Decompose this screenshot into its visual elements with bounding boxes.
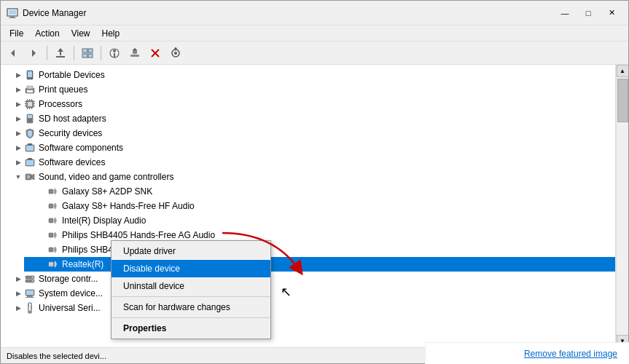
menu-file[interactable]: File (4, 27, 29, 40)
galaxy-a2dp-icon (47, 186, 59, 197)
svg-rect-63 (49, 248, 53, 252)
expander-software-dev[interactable]: ▶ (12, 157, 24, 168)
software-devices-label: Software devices (39, 157, 105, 167)
up-button[interactable] (51, 44, 70, 63)
scrollbar[interactable]: ▲ ▼ (616, 65, 628, 347)
device-tree[interactable]: ▶ Portable Devices ▶ (1, 65, 616, 347)
software-components-label: Software components (39, 143, 123, 153)
update-driver-toolbar-button[interactable] (125, 44, 144, 63)
svg-rect-53 (26, 160, 34, 165)
realtek-icon (47, 258, 59, 270)
scroll-up-button[interactable]: ▲ (617, 65, 629, 77)
svg-rect-14 (114, 53, 115, 58)
expander-sound[interactable]: ▼ (12, 171, 24, 183)
ctx-uninstall-device[interactable]: Uninstall device (112, 277, 270, 295)
tree-item-sd-host[interactable]: ▶ SD host adapters (1, 111, 615, 126)
svg-point-68 (32, 280, 34, 282)
expander-processors[interactable]: ▶ (12, 98, 24, 110)
svg-rect-75 (31, 306, 32, 309)
svg-rect-54 (28, 158, 32, 160)
show-hide-button[interactable] (78, 44, 97, 63)
tree-item-galaxy-hf[interactable]: ▶ Galaxy S8+ Hands-Free HF Audio (24, 199, 615, 213)
ctx-sep-2 (112, 317, 270, 318)
expander-storage[interactable]: ▶ (12, 273, 24, 285)
tree-item-software-devices[interactable]: ▶ Software devices (1, 155, 615, 170)
tree-item-software-components[interactable]: ▶ Software components (1, 141, 615, 155)
expander-usb[interactable]: ▶ (12, 302, 24, 314)
expander-portable[interactable]: ▶ (12, 69, 24, 81)
svg-point-13 (113, 50, 116, 52)
tree-item-portable-devices[interactable]: ▶ Portable Devices (1, 68, 615, 82)
expander-system[interactable]: ▶ (12, 288, 24, 299)
tree-item-processors[interactable]: ▶ (1, 97, 615, 111)
properties-button[interactable] (105, 44, 124, 63)
svg-rect-43 (34, 103, 35, 104)
svg-rect-50 (26, 146, 34, 151)
scan-toolbar-button[interactable] (166, 44, 185, 63)
svg-point-67 (32, 277, 34, 278)
svg-rect-33 (27, 99, 28, 100)
close-button[interactable]: ✕ (601, 6, 622, 20)
svg-point-58 (28, 176, 29, 178)
expander-software-comp[interactable]: ▶ (12, 142, 24, 154)
svg-rect-42 (34, 101, 35, 102)
realtek-label: Realtek(R) (62, 259, 103, 269)
tree-item-system[interactable]: ▶ System device... (1, 286, 615, 301)
svg-rect-26 (28, 71, 32, 77)
print-queues-icon (24, 84, 36, 95)
back-button[interactable] (4, 44, 23, 63)
menu-help[interactable]: Help (96, 27, 126, 40)
status-text: Disables the selected devi... (7, 352, 106, 360)
expander-print[interactable]: ▶ (12, 84, 24, 95)
usb-label: Universal Seri... (39, 303, 101, 313)
tree-item-security-devices[interactable]: ▶ Security devices (1, 126, 615, 141)
app-icon (7, 7, 18, 19)
svg-rect-71 (27, 296, 33, 297)
svg-marker-5 (32, 50, 36, 57)
galaxy-a2dp-label: Galaxy S8+ A2DP SNK (62, 186, 152, 197)
svg-marker-4 (11, 50, 15, 57)
svg-rect-46 (28, 115, 32, 118)
uninstall-toolbar-button[interactable] (146, 44, 165, 63)
toolbar-sep-3 (101, 46, 101, 60)
ctx-properties[interactable]: Properties (112, 320, 270, 337)
forward-button[interactable] (24, 44, 43, 63)
svg-rect-34 (29, 99, 30, 100)
tree-item-storage[interactable]: ▶ Storage contr... (1, 272, 615, 286)
svg-rect-51 (28, 143, 32, 146)
ctx-update-driver[interactable]: Update driver (112, 242, 270, 260)
ctx-disable-device[interactable]: Disable device (112, 260, 270, 277)
maximize-button[interactable]: □ (577, 6, 599, 20)
title-bar: Device Manager — □ ✕ (1, 1, 628, 25)
svg-rect-1 (9, 10, 16, 15)
tree-item-sound-video[interactable]: ▼ Sound, video and game controllers (1, 170, 615, 184)
system-label: System device... (39, 288, 103, 298)
svg-rect-2 (10, 16, 15, 17)
svg-rect-36 (27, 108, 28, 109)
ctx-scan-hardware[interactable]: Scan for hardware changes (112, 298, 270, 316)
menu-view[interactable]: View (66, 27, 96, 40)
svg-point-27 (29, 78, 31, 79)
tree-item-galaxy-a2dp[interactable]: ▶ Galaxy S8+ A2DP SNK (24, 184, 615, 199)
tree-item-intel-audio[interactable]: ▶ Intel(R) Display Audio (24, 213, 615, 228)
expander-sd[interactable]: ▶ (12, 113, 24, 124)
svg-rect-35 (31, 99, 32, 100)
svg-rect-3 (9, 17, 16, 18)
galaxy-hf-icon (47, 200, 59, 212)
minimize-button[interactable]: — (554, 6, 576, 20)
toolbar-sep-2 (74, 46, 74, 60)
window-controls: — □ ✕ (554, 6, 622, 20)
svg-rect-59 (49, 189, 53, 194)
usb-icon (24, 302, 36, 314)
software-devices-icon (24, 157, 36, 168)
remove-featured-image-link[interactable]: Remove featured image (524, 349, 617, 359)
expander-security[interactable]: ▶ (12, 127, 24, 139)
scroll-thumb[interactable] (617, 79, 628, 122)
galaxy-hf-label: Galaxy S8+ Hands-Free HF Audio (62, 201, 195, 211)
menu-action[interactable]: Action (29, 27, 65, 40)
tree-item-usb[interactable]: ▶ Universal Seri... (1, 301, 615, 315)
storage-icon (24, 273, 36, 285)
tree-item-print-queues[interactable]: ▶ Print queues (1, 82, 615, 97)
intel-audio-label: Intel(R) Display Audio (62, 215, 146, 226)
svg-rect-32 (28, 102, 32, 106)
